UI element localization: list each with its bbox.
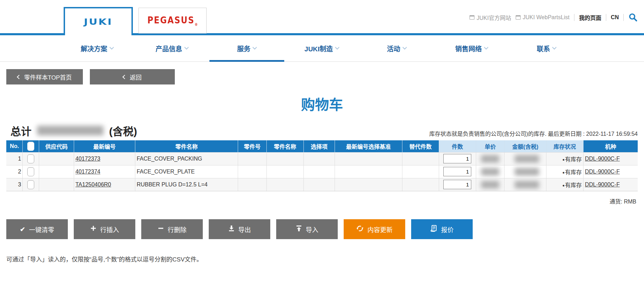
external-window-icon	[470, 15, 474, 20]
row-select-cell	[23, 178, 39, 191]
stock-status-cell: ●有库存	[546, 178, 584, 191]
clear-all-button[interactable]: ✔ 一键清零	[6, 219, 68, 239]
divider	[574, 14, 574, 21]
part-name-cell: RUBBER PLUG D=12.5 L=4	[135, 178, 238, 191]
nav-item-sales-network[interactable]: 销售网络	[434, 35, 509, 61]
chevron-down-icon	[184, 45, 189, 50]
quantity-input[interactable]	[443, 180, 471, 189]
stock-status-note: 库存状态就是负责销售的公司(含分公司)的库存. 最后更新日期 : 2022-11…	[429, 129, 638, 138]
stock-dot-icon: ●	[562, 170, 565, 175]
link-juki-official[interactable]: JUKI官方网站	[470, 13, 511, 22]
chevron-down-icon	[252, 45, 257, 50]
language-toggle[interactable]: CN	[611, 14, 619, 21]
model-cell: DDL-9000C-F	[584, 165, 638, 178]
external-window-icon	[516, 15, 521, 20]
row-checkbox[interactable]	[27, 180, 34, 189]
import-button[interactable]: 导入	[276, 219, 338, 239]
action-buttons: ✔ 一键清零 行插入 行删除 导出 导入 内容更新 报价	[6, 219, 644, 239]
amount-cell	[505, 152, 546, 165]
pegasus-brand-tab[interactable]: PEGASUS®	[138, 8, 207, 34]
link-juki-webpartslist[interactable]: JUKI WebPartsList	[516, 14, 570, 21]
nav-item-products[interactable]: 产品信息	[134, 35, 209, 61]
col-substitute-count: 替代件数	[402, 140, 439, 152]
main-nav: 解决方案 产品信息 服务 JUKI制造 活动 销售网络 联系	[0, 35, 644, 62]
quantity-cell	[439, 178, 476, 191]
quantity-input[interactable]	[443, 167, 471, 176]
search-icon[interactable]	[628, 13, 638, 22]
unit-price-cell	[476, 165, 505, 178]
part-no-cell: 40172374	[74, 165, 135, 178]
plus-icon	[90, 225, 96, 233]
table-row: 1 40172373 FACE_COVER_PACKING ●有库存 DDL-9…	[6, 152, 638, 165]
part-no-cell: 40172373	[74, 152, 135, 165]
chevron-down-icon	[335, 45, 339, 50]
utility-links: JUKI官方网站 JUKI WebPartsList 我的页面 CN	[470, 13, 638, 22]
stock-status-cell: ●有库存	[546, 152, 584, 165]
juki-logo: JUKI	[84, 17, 113, 27]
import-note: 可通过「导入」读入的，仅限按“品号,个数”的格式以逗号分割的CSV文件。	[6, 254, 644, 263]
part-no-link[interactable]: 40172373	[76, 156, 100, 162]
refresh-icon	[356, 225, 364, 234]
breadcrumb: 零件样本TOP首页 返回	[6, 69, 644, 84]
col-selection-basis: 最新编号选择基准	[335, 140, 402, 152]
quantity-cell	[439, 165, 476, 178]
row-select-cell	[23, 152, 39, 165]
model-link[interactable]: DDL-9000C-F	[585, 156, 620, 162]
amount-redacted	[515, 181, 539, 189]
col-part-no: 零件号	[238, 140, 266, 152]
amount-redacted	[515, 168, 539, 176]
divider	[606, 14, 606, 21]
col-part-name-2: 零件名称	[266, 140, 304, 152]
col-part-name: 零件名称	[135, 140, 238, 152]
total-band: 总计 (含税) 库存状态就是负责销售的公司(含分公司)的库存. 最后更新日期 :…	[6, 123, 638, 138]
back-button[interactable]: 返回	[90, 69, 175, 84]
quantity-input[interactable]	[443, 154, 471, 163]
nav-item-juki-manufacturing[interactable]: JUKI制造	[284, 35, 359, 61]
part-name-cell: FACE_COVER_PACKING	[135, 152, 238, 165]
model-link[interactable]: DDL-9000C-F	[585, 182, 620, 187]
amount-cell	[505, 178, 546, 191]
row-checkbox[interactable]	[27, 154, 34, 163]
unit-price-redacted	[481, 168, 499, 176]
cart-total: 总计 (含税)	[10, 123, 137, 138]
insert-row-button[interactable]: 行插入	[74, 219, 135, 239]
quote-button[interactable]: 报价	[411, 219, 473, 239]
part-no-link[interactable]: 40172374	[76, 169, 100, 175]
nav-item-solutions[interactable]: 解决方案	[59, 35, 134, 61]
parts-catalog-top-button[interactable]: 零件样本TOP首页	[6, 69, 83, 84]
juki-brand-tab[interactable]: JUKI	[64, 7, 133, 35]
quantity-cell	[439, 152, 476, 165]
export-button[interactable]: 导出	[209, 219, 270, 239]
nav-item-service[interactable]: 服务	[209, 35, 284, 61]
nav-item-contact[interactable]: 联系	[509, 35, 584, 61]
delete-row-button[interactable]: 行删除	[141, 219, 203, 239]
stock-dot-icon: ●	[562, 157, 565, 162]
amount-redacted	[515, 155, 539, 163]
col-stock-status: 库存状况	[546, 140, 584, 152]
top-header: JUKI PEGASUS® JUKI官方网站 JUKI WebPartsList…	[0, 0, 644, 35]
cart-table-wrap: No. 供应代码 最新编号 零件名称 零件号 零件名称 选择项 最新编号选择基准…	[6, 140, 638, 191]
part-no-link[interactable]: TA1250406R0	[76, 182, 111, 187]
upload-icon	[296, 225, 302, 233]
part-no-cell: TA1250406R0	[74, 178, 135, 191]
cart-table: No. 供应代码 最新编号 零件名称 零件号 零件名称 选择项 最新编号选择基准…	[6, 140, 638, 191]
model-link[interactable]: DDL-9000C-F	[585, 169, 620, 175]
col-model: 机种	[584, 140, 638, 152]
my-page-link[interactable]: 我的页面	[579, 13, 601, 22]
currency-note: 通货: RMB	[0, 197, 636, 205]
col-unit-price: 单价	[476, 140, 505, 152]
col-quantity: 件数	[439, 140, 476, 152]
col-no: No.	[6, 140, 23, 152]
select-all-checkbox[interactable]	[27, 142, 34, 151]
stock-status-cell: ●有库存	[546, 165, 584, 178]
divider	[623, 14, 624, 21]
refresh-content-button[interactable]: 内容更新	[344, 219, 405, 239]
table-row: 2 40172374 FACE_COVER_PLATE ●有库存 DDL-900…	[6, 165, 638, 178]
supplier-code-cell	[39, 178, 74, 191]
row-no: 1	[6, 152, 23, 165]
total-suffix: (含税)	[109, 123, 137, 138]
row-checkbox[interactable]	[27, 167, 34, 176]
nav-item-events[interactable]: 活动	[359, 35, 434, 61]
chevron-down-icon	[552, 45, 557, 50]
unit-price-cell	[476, 178, 505, 191]
